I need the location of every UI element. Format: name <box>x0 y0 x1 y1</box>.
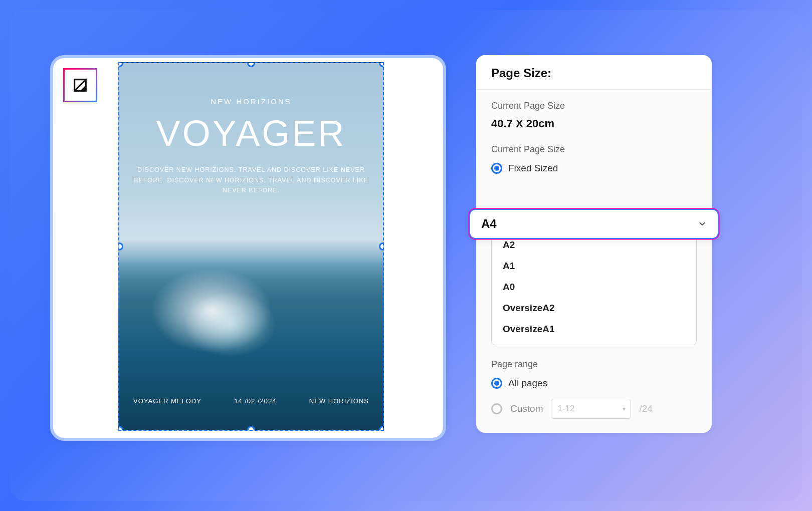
size-option[interactable]: OversizeA2 <box>492 298 696 319</box>
panel-title: Page Size: <box>491 66 697 80</box>
app-window: NEW HORIZIONS VOYAGER DISCOVER NEW HORIZ… <box>10 10 802 501</box>
all-pages-label: All pages <box>508 378 547 389</box>
chevron-down-icon: ▾ <box>623 405 626 412</box>
page-range-label: Page range <box>491 359 697 370</box>
radio-unselected-icon <box>491 403 502 414</box>
size-option[interactable]: A0 <box>492 277 696 298</box>
fixed-size-label: Fixed Sized <box>508 163 558 174</box>
artwork-footer-left: VOYAGER MELODY <box>133 397 201 405</box>
chevron-down-icon <box>698 219 707 228</box>
size-option[interactable]: OversizeA1 <box>492 319 696 340</box>
select-value: A4 <box>481 217 497 231</box>
size-mode-label: Current Page Size <box>491 144 697 155</box>
resize-handle[interactable] <box>118 62 123 67</box>
page-range-input[interactable]: 1-12 ▾ <box>551 399 631 419</box>
current-size-value: 40.7 X 20cm <box>491 117 697 130</box>
radio-selected-icon <box>491 163 502 174</box>
page-size-panel: Page Size: Current Page Size 40.7 X 20cm… <box>476 55 712 433</box>
all-pages-option[interactable]: All pages <box>491 378 697 389</box>
custom-label: Custom <box>510 403 543 414</box>
resize-handle[interactable] <box>379 242 384 250</box>
resize-handle[interactable] <box>118 242 123 250</box>
artwork-subtitle: NEW HORIZIONS <box>132 97 370 106</box>
crop-tool-button[interactable] <box>63 68 97 102</box>
current-size-label: Current Page Size <box>491 101 697 111</box>
resize-handle[interactable] <box>379 62 384 67</box>
canvas-preview[interactable]: NEW HORIZIONS VOYAGER DISCOVER NEW HORIZ… <box>50 55 446 441</box>
crop-icon <box>72 77 89 94</box>
artwork-body: DISCOVER NEW HORIZIONS. TRAVEL AND DISCO… <box>132 165 370 196</box>
custom-range-option[interactable]: Custom 1-12 ▾ /24 <box>491 399 697 419</box>
radio-selected-icon <box>491 378 502 389</box>
resize-handle[interactable] <box>247 62 255 67</box>
resize-handle[interactable] <box>247 426 255 431</box>
total-pages: /24 <box>639 403 652 414</box>
document-artboard[interactable]: NEW HORIZIONS VOYAGER DISCOVER NEW HORIZ… <box>118 62 384 431</box>
artwork-title: VOYAGER <box>132 113 370 154</box>
range-placeholder: 1-12 <box>557 404 574 414</box>
size-option[interactable]: A1 <box>492 256 696 277</box>
artwork-footer-center: 14 /02 /2024 <box>234 397 276 405</box>
resize-handle[interactable] <box>379 426 384 431</box>
artwork-footer: VOYAGER MELODY 14 /02 /2024 NEW HORIZION… <box>119 397 383 405</box>
artwork-footer-right: NEW HORIZIONS <box>309 397 369 405</box>
fixed-size-option[interactable]: Fixed Sized <box>491 163 697 174</box>
page-size-select[interactable]: A4 <box>469 209 719 239</box>
